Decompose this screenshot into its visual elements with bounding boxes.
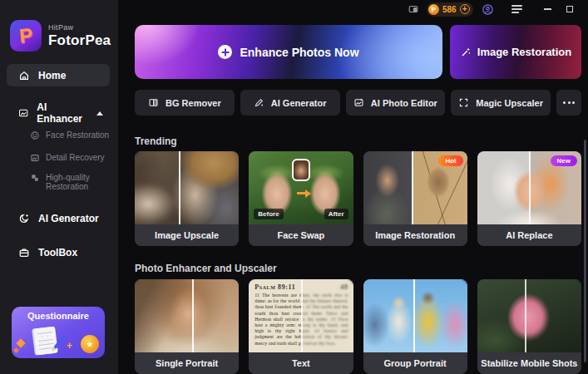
add-credits-icon[interactable]: + xyxy=(460,4,470,14)
more-icon xyxy=(563,101,566,104)
arrow-right-icon xyxy=(297,192,306,194)
card-thumbnail: Hot xyxy=(363,151,467,224)
new-badge: New xyxy=(551,155,577,166)
coin-icon: P xyxy=(428,4,439,15)
after-tag: After xyxy=(324,209,348,219)
before-tag: Before xyxy=(254,209,283,219)
ai-generator-icon xyxy=(18,213,30,224)
card-image-upscale[interactable]: Image Upscale xyxy=(135,151,239,246)
app-logo-icon: P xyxy=(10,20,42,52)
sidebar-item-ai-enhancer[interactable]: AI Enhancer xyxy=(7,103,111,123)
sidebar-item-ai-generator[interactable]: AI Generator xyxy=(7,209,111,229)
hot-badge: Hot xyxy=(438,155,462,166)
sidebar-subitem-face-restoration[interactable]: Face Restoration xyxy=(30,130,110,140)
credits-pill[interactable]: P 586 + xyxy=(427,2,473,17)
card-thumbnail xyxy=(363,279,467,352)
card-label: Text xyxy=(249,352,353,374)
quick-action-label: AI Photo Editor xyxy=(371,98,437,108)
quick-actions-row: BG Remover AI Generator AI Photo Editor … xyxy=(135,90,581,116)
enhance-photos-label: Enhance Photos Now xyxy=(240,46,358,59)
image-restoration-button[interactable]: Image Restoration xyxy=(450,25,581,79)
coin-star-icon: ★ xyxy=(86,339,94,350)
sparkle-icon xyxy=(16,338,25,347)
card-thumbnail xyxy=(477,279,581,352)
card-image-restoration[interactable]: Hot Image Restoration xyxy=(363,151,467,246)
more-actions-button[interactable] xyxy=(556,90,581,116)
quick-action-label: Magic Upscaler xyxy=(476,98,543,108)
photo-enhancer-cards: Single Portrait Psalm 89:11 48 11 The he… xyxy=(135,279,581,374)
credits-count: 586 xyxy=(442,5,457,14)
card-text[interactable]: Psalm 89:11 48 11 The heavens are thine,… xyxy=(249,279,353,374)
photo-editor-icon xyxy=(353,97,364,108)
hero-row: Enhance Photos Now Image Restoration xyxy=(135,25,581,79)
coin-letter: P xyxy=(432,6,436,13)
menu-icon[interactable] xyxy=(511,5,522,13)
main-content: Enhance Photos Now Image Restoration BG … xyxy=(118,0,588,374)
sidebar-subitem-detail-recovery[interactable]: Detail Recovery xyxy=(30,153,110,163)
chevron-up-icon[interactable] xyxy=(96,111,103,116)
scrollbar[interactable] xyxy=(584,140,586,362)
card-single-portrait[interactable]: Single Portrait xyxy=(135,279,239,374)
swap-face-inset xyxy=(292,159,310,181)
card-group-portrait[interactable]: Group Portrait xyxy=(363,279,467,374)
before-after-divider xyxy=(413,279,415,352)
account-icon[interactable] xyxy=(482,3,494,16)
sidebar-subitem-label: Detail Recovery xyxy=(46,153,105,162)
sidebar-subitem-label: High-quality Restoration xyxy=(46,173,110,191)
logo-letter: P xyxy=(18,23,34,48)
minimize-button[interactable] xyxy=(541,2,556,17)
before-after-divider xyxy=(179,151,180,224)
quick-action-label: AI Generator xyxy=(271,98,327,108)
sidebar-item-label: ToolBox xyxy=(38,247,77,258)
detail-recovery-icon xyxy=(30,153,40,163)
before-after-divider xyxy=(525,279,526,352)
card-thumbnail xyxy=(135,151,239,224)
app-logo: P HitPaw FotorPea xyxy=(10,20,111,52)
questionnaire-banner[interactable]: Questionnaire + ★ xyxy=(12,307,105,358)
bg-remover-icon xyxy=(148,97,159,108)
magic-wand-icon xyxy=(460,47,472,58)
brand-company: HitPaw xyxy=(48,23,111,32)
image-restoration-label: Image Restoration xyxy=(477,46,571,58)
card-stabilize-mobile-shots[interactable]: Stabilize Mobile Shots xyxy=(477,279,581,374)
face-restoration-icon xyxy=(30,130,40,140)
enhance-photos-button[interactable]: Enhance Photos Now xyxy=(135,25,442,79)
card-face-swap[interactable]: Before After Face Swap xyxy=(249,151,353,246)
sidebar-item-label: AI Generator xyxy=(38,213,99,224)
card-label: Stabilize Mobile Shots xyxy=(477,352,581,374)
card-label: AI Replace xyxy=(477,224,581,246)
magic-upscaler-button[interactable]: Magic Upscaler xyxy=(451,90,551,116)
card-label: Image Restoration xyxy=(363,224,467,246)
sidebar-item-label: Home xyxy=(38,70,66,81)
sidebar-item-home[interactable]: Home xyxy=(7,64,110,86)
ai-generator-button[interactable]: AI Generator xyxy=(240,90,340,116)
maximize-button[interactable] xyxy=(562,2,577,17)
before-after-divider xyxy=(192,279,194,352)
before-after-divider xyxy=(301,279,303,352)
before-after-divider xyxy=(412,151,413,224)
card-ai-replace[interactable]: New AI Replace xyxy=(477,151,581,246)
toolbox-icon xyxy=(18,247,30,258)
brand-product: FotorPea xyxy=(48,32,111,49)
ai-enhancer-icon xyxy=(18,107,28,119)
titlebar: P 586 + xyxy=(408,0,588,18)
sidebar-subitem-label: Face Restoration xyxy=(46,130,109,140)
sidebar-item-label: AI Enhancer xyxy=(37,101,88,125)
ai-photo-editor-button[interactable]: AI Photo Editor xyxy=(346,90,446,116)
card-label: Face Swap xyxy=(249,224,353,246)
devices-icon[interactable] xyxy=(408,3,419,15)
high-quality-restoration-icon xyxy=(30,173,40,183)
plus-icon: + xyxy=(67,340,72,352)
card-label: Single Portrait xyxy=(135,352,239,374)
card-thumbnail xyxy=(135,279,239,352)
sidebar-subitem-high-quality-restoration[interactable]: High-quality Restoration xyxy=(30,173,110,191)
pen-sparkle-icon xyxy=(254,97,264,108)
quick-action-label: BG Remover xyxy=(166,98,221,108)
bg-remover-button[interactable]: BG Remover xyxy=(135,90,235,116)
sidebar: P HitPaw FotorPea Home AI Enhancer Face … xyxy=(0,0,118,374)
home-icon xyxy=(18,70,30,81)
upscaler-icon xyxy=(458,97,469,108)
card-thumbnail: New xyxy=(477,151,581,224)
sidebar-item-toolbox[interactable]: ToolBox xyxy=(7,243,111,263)
card-label: Group Portrait xyxy=(363,352,467,374)
